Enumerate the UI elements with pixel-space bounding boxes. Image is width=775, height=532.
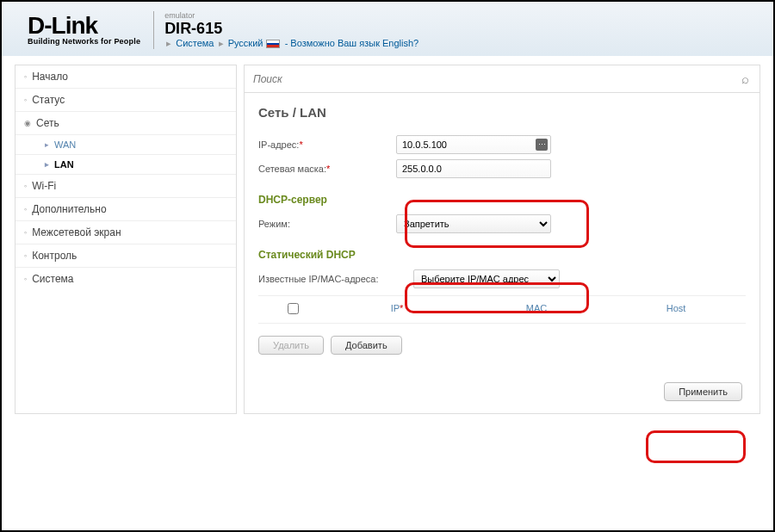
dhcp-heading: DHCP-сервер xyxy=(258,194,746,206)
mode-label: Режим: xyxy=(258,219,396,229)
chevron-right-icon: ▸ xyxy=(219,38,224,48)
known-label: Известные IP/MAC-адреса: xyxy=(258,274,413,284)
ip-label: IP-адрес:* xyxy=(258,139,396,150)
chevron-right-icon: ▸ xyxy=(166,38,171,48)
sidebar-item-start[interactable]: ◦Начало xyxy=(16,65,236,89)
model-name: DIR-615 xyxy=(164,20,418,38)
emulator-label: emulator xyxy=(164,11,418,20)
search-icon[interactable]: ⌕ xyxy=(741,71,749,86)
header: D-Link Building Networks for People emul… xyxy=(2,2,773,56)
search-input[interactable] xyxy=(253,73,751,85)
col-ip: IP* xyxy=(327,303,467,316)
delete-button[interactable]: Удалить xyxy=(258,336,324,355)
sidebar: ◦Начало ◦Статус ◉Сеть ▸WAN ▸LAN ◦Wi-Fi ◦… xyxy=(15,65,237,414)
add-button[interactable]: Добавить xyxy=(331,336,402,355)
sidebar-item-network[interactable]: ◉Сеть xyxy=(16,112,236,135)
sidebar-item-system[interactable]: ◦Система xyxy=(16,268,236,290)
sidebar-subitem-lan[interactable]: ▸LAN xyxy=(16,155,236,175)
static-table-header: IP* MAC Host xyxy=(258,295,746,324)
flag-ru-icon xyxy=(266,40,280,48)
known-select[interactable]: Выберите IP/MAC адрес xyxy=(413,269,560,288)
search-bar: ⌕ xyxy=(245,65,760,93)
logo-block: D-Link Building Networks for People xyxy=(28,15,140,45)
required-icon: * xyxy=(299,139,302,150)
col-mac: MAC xyxy=(467,303,606,316)
required-icon: * xyxy=(326,164,330,174)
sidebar-item-wifi[interactable]: ◦Wi-Fi xyxy=(16,175,236,198)
bullet-icon: ◦ xyxy=(24,251,27,260)
lang-prompt: - Возможно Ваш язык English? xyxy=(285,38,419,48)
logo: D-Link xyxy=(28,15,140,36)
bullet-icon: ◦ xyxy=(24,96,27,104)
bullet-icon: ◦ xyxy=(24,205,27,213)
arrow-right-icon: ▸ xyxy=(45,160,49,169)
main-panel: ⌕ Сеть / LAN IP-адрес:* ⋯ Сетевая маска:… xyxy=(244,65,760,414)
header-links: ▸ Система ▸ Русский - Возможно Ваш язык … xyxy=(164,38,418,49)
sidebar-item-firewall[interactable]: ◦Межсетевой экран xyxy=(16,221,236,244)
bullet-open-icon: ◉ xyxy=(24,119,31,127)
ip-picker-icon[interactable]: ⋯ xyxy=(536,139,548,151)
logo-tagline: Building Networks for People xyxy=(28,37,140,46)
link-system[interactable]: Система xyxy=(176,38,214,48)
col-host: Host xyxy=(606,303,746,316)
select-all-checkbox[interactable] xyxy=(288,303,299,314)
page-title: Сеть / LAN xyxy=(258,105,746,120)
sidebar-item-status[interactable]: ◦Статус xyxy=(16,89,236,112)
highlight-apply-button xyxy=(646,430,746,463)
link-language[interactable]: Русский xyxy=(228,38,264,48)
static-dhcp-heading: Статический DHCP xyxy=(258,249,746,261)
sidebar-subitem-wan[interactable]: ▸WAN xyxy=(16,135,236,155)
bullet-icon: ◦ xyxy=(24,72,27,81)
bullet-icon: ◦ xyxy=(24,182,27,190)
sidebar-item-control[interactable]: ◦Контроль xyxy=(16,244,236,268)
mode-select[interactable]: Запретить xyxy=(396,214,551,233)
arrow-right-icon: ▸ xyxy=(45,140,49,149)
bullet-icon: ◦ xyxy=(24,275,27,283)
mask-input[interactable] xyxy=(396,159,551,178)
mask-label: Сетевая маска:* xyxy=(258,164,396,174)
apply-button[interactable]: Применить xyxy=(664,382,742,401)
ip-input[interactable] xyxy=(396,135,551,154)
sidebar-item-advanced[interactable]: ◦Дополнительно xyxy=(16,198,236,221)
bullet-icon: ◦ xyxy=(24,228,27,237)
header-info: emulator DIR-615 ▸ Система ▸ Русский - В… xyxy=(153,11,418,49)
